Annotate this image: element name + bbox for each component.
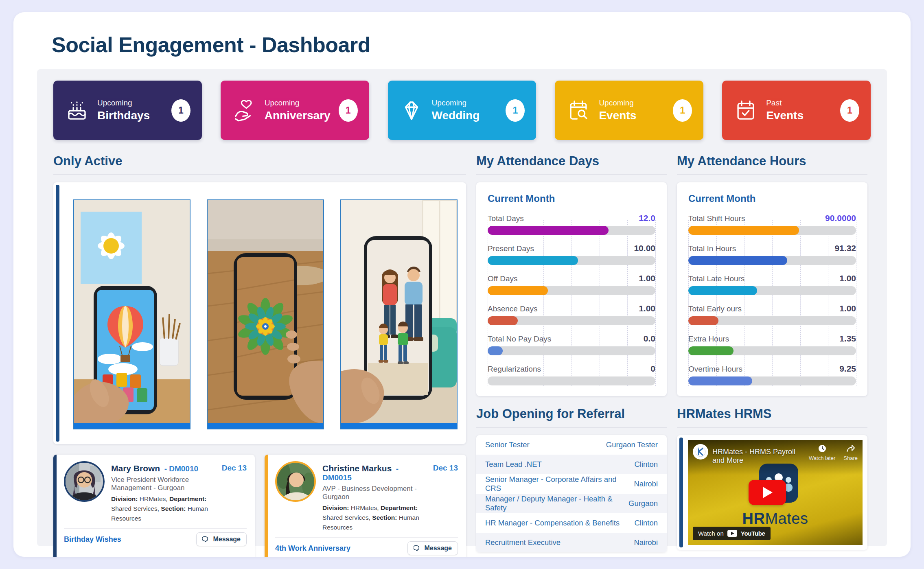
stat-card-count-badge: 1 (840, 99, 859, 122)
attendance-days-column: My Attendance Days Current Month Total D… (476, 152, 667, 552)
event-date: Dec 13 (222, 461, 247, 523)
employee-card-accent (265, 455, 268, 557)
calendar-search-icon (566, 98, 591, 123)
employee-designation: Vice President Workforce Management - Gu… (111, 476, 215, 492)
job-referral-row[interactable]: Senior Tester Gurgaon Tester (476, 435, 667, 455)
employee-name: Christine Markus (322, 464, 392, 473)
event-type-label: 4th Work Anniversary (275, 544, 350, 553)
section-divider (677, 427, 867, 428)
employee-designation: AVP - Business Development - Gurgaon (322, 485, 427, 501)
stat-card-subtitle: Past (766, 98, 804, 107)
content-area: Upcoming Birthdays 1 Upcoming Anniversar… (37, 69, 887, 546)
phone-balloon-coloring-photo (74, 200, 190, 423)
only-active-column: Only Active (53, 152, 466, 557)
stat-card-count-badge: 1 (673, 99, 692, 122)
only-active-carousel (53, 182, 466, 444)
employee-code[interactable]: - DM0010 (164, 464, 198, 473)
stat-card-upcoming-anniversary[interactable]: Upcoming Anniversary 1 (221, 81, 369, 140)
hrms-video-heading: HRMates HRMS (677, 407, 867, 421)
phone-family-illustration-photo (341, 200, 457, 423)
watch-later-button[interactable]: Watch later (809, 444, 835, 471)
carousel-slide-balloon[interactable] (73, 199, 190, 429)
video-title[interactable]: HRMates - HRMS Payroll and More (712, 444, 805, 471)
bar-row: Present Days10.00 (488, 243, 655, 265)
carousel-slide-family[interactable] (340, 199, 458, 429)
stat-card-subtitle: Upcoming (599, 98, 636, 107)
avatar (66, 463, 103, 500)
bar-row: Extra Hours1.35 (688, 334, 856, 355)
watch-on-youtube-button[interactable]: Watch on YouTube (693, 527, 771, 540)
job-referral-row[interactable]: Senior Manager - Corporate Affairs and C… (476, 474, 667, 494)
employee-card-birthday: Mary Brown - DM0010 Vice President Workf… (53, 455, 255, 557)
stat-card-upcoming-birthdays[interactable]: Upcoming Birthdays 1 (53, 81, 202, 140)
current-month-label: Current Month (488, 193, 655, 204)
stat-card-title: Anniversary (265, 109, 331, 122)
stat-card-upcoming-events[interactable]: Upcoming Events 1 (555, 81, 703, 140)
bar-row: Total Early ours1.00 (688, 304, 856, 325)
employee-org-details: Division: HRMates, Department: Shared Se… (322, 503, 427, 532)
share-arrow-icon (846, 444, 856, 453)
bar-row: Regularizations0 (488, 364, 655, 385)
job-referral-row[interactable]: Recruitment Executive Nairobi (476, 533, 667, 552)
avatar (277, 463, 314, 500)
only-active-heading: Only Active (53, 154, 466, 169)
slide-indicator-bar (208, 423, 323, 429)
bar-row: Total Late Hours1.00 (688, 274, 856, 295)
stat-card-count-badge: 1 (339, 99, 358, 122)
stat-card-count-badge: 1 (506, 99, 525, 122)
job-referral-row[interactable]: Manager / Deputy Manager - Health & Safe… (476, 494, 667, 513)
bar-row: Total No Pay Days0.0 (488, 334, 655, 355)
event-type-label: Birthday Wishes (64, 535, 121, 544)
stat-card-upcoming-wedding[interactable]: Upcoming Wedding 1 (388, 81, 536, 140)
slide-indicator-bar (74, 423, 190, 429)
bar-row: Total Shift Hours90.0000 (688, 213, 856, 235)
channel-avatar[interactable] (693, 444, 708, 460)
stat-card-subtitle: Upcoming (432, 98, 480, 107)
attendance-hours-panel: Current Month Total Shift Hours90.0000 T… (677, 182, 867, 396)
stat-card-title: Events (766, 109, 804, 122)
section-divider (53, 174, 466, 175)
bar-row: Overtime Hours9.25 (688, 364, 856, 385)
message-button[interactable]: Message (196, 532, 247, 546)
stat-card-subtitle: Upcoming (265, 98, 331, 107)
stat-card-subtitle: Upcoming (97, 98, 150, 107)
message-bubble-icon (202, 536, 210, 543)
phone-mandala-art-photo (208, 200, 323, 423)
stat-card-past-events[interactable]: Past Events 1 (722, 81, 871, 140)
employee-name: Mary Brown (111, 464, 160, 473)
stat-card-title: Events (599, 109, 636, 122)
hand-heart-icon (232, 98, 256, 123)
diamond-icon (399, 98, 424, 123)
video-accent-bar (679, 438, 683, 547)
attendance-hours-heading: My Attendance Hours (677, 154, 867, 169)
stat-card-title: Wedding (432, 109, 480, 122)
page-background: Social Engagement - Dashboard Upcoming B… (0, 0, 924, 569)
bar-row: Total Days12.0 (488, 213, 655, 235)
calendar-check-icon (734, 98, 758, 123)
event-date: Dec 13 (433, 461, 458, 532)
clock-icon (818, 444, 827, 453)
section-divider (677, 174, 867, 175)
bar-row: Absence Days1.00 (488, 304, 655, 325)
share-button[interactable]: Share (843, 444, 858, 471)
employee-card-anniversary: Christine Markus - DM0015 AVP - Business… (265, 455, 466, 557)
job-referral-heading: Job Opening for Referral (476, 407, 667, 421)
section-divider (476, 174, 667, 175)
youtube-video-player[interactable]: HRMates HRMates - HRMS (688, 440, 863, 545)
attendance-days-heading: My Attendance Days (476, 154, 667, 169)
message-button[interactable]: Message (407, 541, 458, 555)
carousel-accent-bar (56, 185, 59, 442)
current-month-label: Current Month (688, 193, 856, 204)
job-referral-table: Senior Tester Gurgaon Tester Team Lead .… (476, 435, 667, 552)
stat-card-row: Upcoming Birthdays 1 Upcoming Anniversar… (53, 81, 871, 140)
stat-card-title: Birthdays (97, 109, 150, 122)
stat-card-count-badge: 1 (171, 99, 190, 122)
birthday-cake-icon (65, 98, 89, 123)
message-bubble-icon (414, 545, 421, 552)
job-referral-row[interactable]: Team Lead .NET Clinton (476, 455, 667, 474)
job-referral-row[interactable]: HR Manager - Compensation & Benefits Cli… (476, 513, 667, 533)
youtube-play-button[interactable] (749, 480, 786, 505)
carousel-slide-mandala[interactable] (207, 199, 324, 429)
bar-row: Off Days1.00 (488, 274, 655, 295)
attendance-days-panel: Current Month Total Days12.0 Present Day… (476, 182, 667, 396)
